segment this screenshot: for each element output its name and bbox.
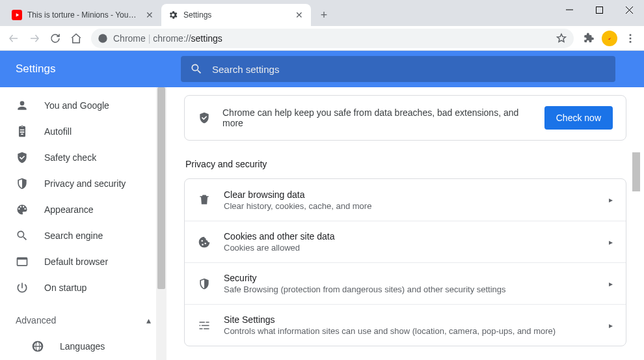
settings-sidebar: You and GoogleAutofillSafety checkPrivac… (0, 87, 167, 360)
chevron-right-icon: ▸ (609, 279, 613, 288)
new-tab-button[interactable]: + (315, 6, 333, 24)
shield-icon (16, 177, 29, 190)
close-icon[interactable]: ✕ (144, 10, 155, 20)
sliders-icon (198, 319, 211, 332)
sidebar-item-default-browser[interactable]: Default browser (0, 249, 167, 275)
youtube-icon (12, 10, 22, 20)
settings-row-site-settings[interactable]: Site SettingsControls what information s… (185, 304, 626, 346)
sidebar-item-autofill[interactable]: Autofill (0, 118, 167, 145)
maximize-button[interactable] (584, 0, 614, 20)
row-title: Clear browsing data (224, 189, 596, 200)
section-title: Privacy and security (185, 159, 626, 169)
window-icon (16, 255, 29, 268)
menu-button[interactable] (621, 29, 640, 48)
row-title: Site Settings (224, 314, 596, 325)
home-button[interactable] (66, 29, 86, 48)
window-titlebar: This is torture - Minions - YouTube ✕ Se… (0, 0, 644, 26)
row-subtitle: Controls what information sites can use … (224, 326, 596, 336)
trash-icon (198, 193, 211, 206)
power-icon (16, 281, 29, 294)
search-placeholder: Search settings (212, 64, 279, 75)
row-subtitle: Cookies are allowed (224, 243, 596, 253)
page-title: Settings (16, 62, 165, 76)
tab-settings[interactable]: Settings ✕ (161, 4, 311, 26)
profile-button[interactable] (600, 29, 619, 48)
cookie-icon (198, 236, 211, 249)
sidebar-item-label: Default browser (44, 256, 151, 267)
row-title: Cookies and other site data (224, 231, 596, 242)
forward-button[interactable] (25, 29, 44, 48)
globe-icon (31, 340, 44, 353)
sidebar-item-search-engine[interactable]: Search engine (0, 223, 167, 249)
browser-toolbar: Chrome | chrome://settings (0, 26, 644, 51)
sidebar-item-safety-check[interactable]: Safety check (0, 145, 167, 171)
sidebar-item-label: Languages (60, 341, 167, 352)
search-settings-input[interactable]: Search settings (181, 56, 615, 82)
settings-icon (168, 10, 178, 20)
advanced-toggle[interactable]: Advanced ▴ (0, 307, 167, 333)
palette-icon (16, 203, 29, 216)
shield-check-icon (198, 111, 211, 124)
search-icon (16, 229, 29, 242)
sidebar-item-languages[interactable]: Languages (0, 333, 167, 359)
sidebar-item-on-startup[interactable]: On startup (0, 275, 167, 301)
sidebar-item-label: Autofill (44, 126, 151, 137)
window-controls (554, 0, 644, 20)
chevron-up-icon: ▴ (146, 315, 151, 325)
person-icon (16, 99, 29, 112)
sidebar-item-privacy-and-security[interactable]: Privacy and security (0, 171, 167, 197)
back-button[interactable] (4, 29, 23, 48)
banner-text: Chrome can help keep you safe from data … (222, 107, 533, 128)
sidebar-item-label: Privacy and security (44, 178, 151, 189)
sidebar-item-label: Search engine (44, 230, 151, 241)
extensions-button[interactable] (579, 29, 598, 48)
url-label: Chrome | chrome://settings (113, 33, 222, 44)
tab-youtube[interactable]: This is torture - Minions - YouTube ✕ (5, 4, 161, 26)
check-now-button[interactable]: Check now (544, 106, 613, 130)
close-icon[interactable]: ✕ (294, 10, 304, 20)
bookmark-icon[interactable] (556, 33, 567, 44)
settings-content: Chrome can help keep you safe from data … (167, 87, 644, 360)
tab-title: This is torture - Minions - YouTube (27, 10, 141, 20)
svg-rect-5 (596, 7, 602, 13)
sidebar-item-label: You and Google (44, 100, 151, 111)
chevron-right-icon: ▸ (609, 238, 613, 247)
settings-row-security[interactable]: SecuritySafe Browsing (protection from d… (185, 262, 626, 304)
shield-icon (198, 277, 211, 290)
chevron-right-icon: ▸ (609, 321, 613, 330)
chevron-right-icon: ▸ (609, 195, 613, 204)
settings-row-clear-browsing-data[interactable]: Clear browsing dataClear history, cookie… (185, 179, 626, 221)
safety-banner: Chrome can help keep you safe from data … (184, 95, 626, 141)
close-window-button[interactable] (614, 0, 644, 20)
site-info-icon[interactable] (98, 33, 108, 44)
row-subtitle: Safe Browsing (protection from dangerous… (224, 284, 596, 294)
sidebar-item-label: Appearance (44, 204, 151, 215)
settings-row-cookies-and-other-site-data[interactable]: Cookies and other site dataCookies are a… (185, 221, 626, 262)
sidebar-item-label: Safety check (44, 152, 151, 163)
settings-header: Settings Search settings (0, 51, 644, 87)
tab-title: Settings (183, 10, 290, 20)
row-title: Security (224, 273, 596, 283)
shield-check-icon (16, 151, 29, 164)
content-scrollbar[interactable] (631, 87, 641, 360)
minimize-button[interactable] (554, 0, 584, 20)
sidebar-item-appearance[interactable]: Appearance (0, 197, 167, 223)
sidebar-item-label: On startup (44, 283, 151, 293)
address-bar[interactable]: Chrome | chrome://settings (91, 29, 574, 48)
clipboard-icon (16, 125, 29, 138)
sidebar-scrollbar[interactable] (156, 87, 167, 360)
sidebar-item-you-and-google[interactable]: You and Google (0, 92, 167, 118)
reload-button[interactable] (46, 29, 65, 48)
advanced-label: Advanced (16, 315, 56, 325)
row-subtitle: Clear history, cookies, cache, and more (224, 201, 596, 211)
